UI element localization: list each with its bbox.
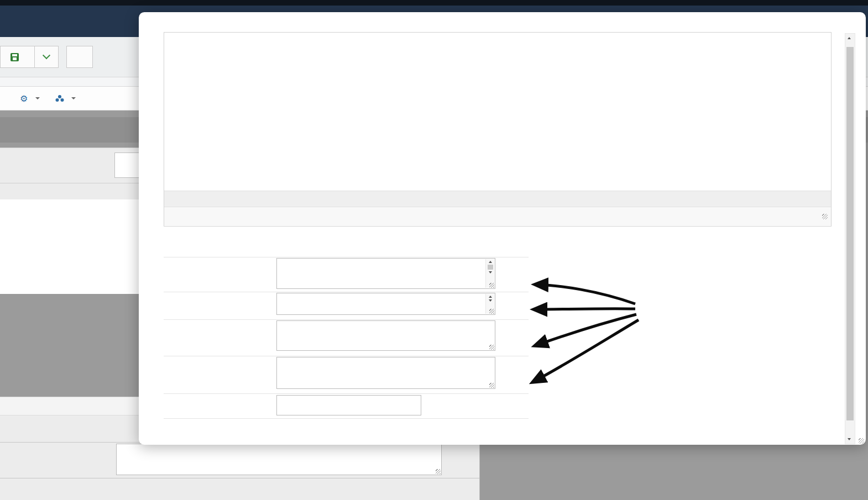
editor-toolbar-row4 — [164, 89, 831, 108]
keywords-label — [164, 292, 276, 319]
scroll-thumb[interactable] — [488, 265, 493, 270]
scroll-down-icon[interactable] — [489, 299, 492, 302]
browser-top-strip — [0, 0, 868, 6]
scroll-down-icon[interactable] — [848, 438, 851, 440]
editor-toolbar-row1 — [164, 33, 831, 51]
scroll-down-icon[interactable] — [489, 271, 492, 273]
modal-scrollbar[interactable] — [845, 33, 855, 444]
meta-description-textarea[interactable] — [276, 258, 495, 289]
resize-handle-icon[interactable] — [489, 283, 494, 288]
editor-resize-icon[interactable] — [822, 214, 828, 219]
scroll-up-icon[interactable] — [489, 261, 492, 263]
jce-editor-modal — [139, 12, 866, 445]
bg-keywords-row — [0, 478, 479, 500]
page-title-textarea[interactable] — [276, 320, 495, 351]
scroll-thumb[interactable] — [846, 47, 854, 420]
modal-resize-icon[interactable] — [859, 438, 864, 444]
save-icon — [11, 53, 19, 61]
products-icon — [55, 95, 64, 102]
editor-toolbar-row3 — [164, 70, 831, 89]
editor-toolbar-row2 — [164, 51, 831, 70]
alias-textarea[interactable] — [276, 357, 495, 389]
bg-meta-desc-textarea[interactable] — [116, 444, 442, 475]
editor-statusbar — [164, 207, 831, 225]
editor-content-area[interactable] — [164, 108, 831, 191]
canonical-url-label — [164, 394, 276, 418]
scroll-up-icon[interactable] — [489, 296, 492, 298]
keywords-textarea[interactable] — [276, 293, 495, 315]
caret-down-icon — [35, 97, 40, 99]
bg-meta-desc-label — [0, 443, 112, 478]
meta-description-label — [164, 257, 276, 292]
menu-item-system[interactable]: ⚙ — [20, 93, 40, 104]
editor-powered-bar — [164, 191, 831, 207]
caret-down-icon — [71, 97, 76, 99]
jce-editor — [164, 32, 832, 227]
cancel-button[interactable] — [66, 46, 93, 68]
bg-keywords-label — [0, 478, 112, 500]
menu-item-products[interactable] — [55, 95, 76, 102]
resize-handle-icon[interactable] — [489, 383, 494, 388]
canonical-url-input[interactable] — [276, 395, 421, 415]
resize-handle-icon[interactable] — [436, 469, 441, 474]
wrench-icon: ⚙ — [20, 93, 28, 104]
alias-label — [164, 356, 276, 393]
scroll-up-icon[interactable] — [848, 37, 851, 39]
save-button[interactable] — [0, 46, 35, 68]
resize-handle-icon[interactable] — [489, 345, 494, 350]
resize-handle-icon[interactable] — [489, 309, 494, 314]
chevron-down-icon — [43, 51, 50, 59]
page-title-label — [164, 320, 276, 356]
save-dropdown-button[interactable] — [35, 46, 59, 68]
